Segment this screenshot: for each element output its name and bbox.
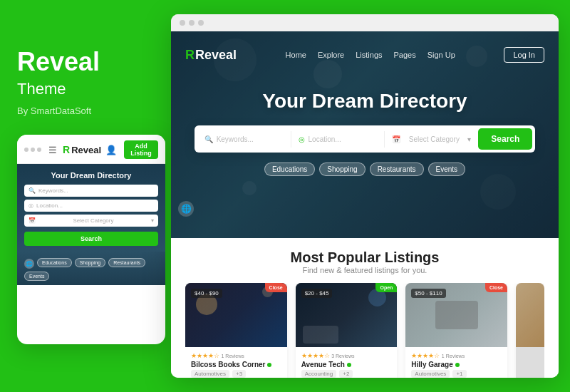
mobile-hero-title: Your Dream Directory [24, 171, 158, 180]
mobile-location-field[interactable]: ◎ Location... [24, 200, 158, 212]
mobile-tag-educations[interactable]: Educations [37, 258, 72, 267]
nav-actions: Log In [504, 47, 544, 63]
location-placeholder: Location... [309, 135, 341, 143]
mobile-menu-icon: ☰ [48, 145, 57, 155]
mobile-category-icon: 📅 [28, 217, 36, 224]
navbar: R Reveal Home Explore Listings Pages Sig… [171, 41, 559, 68]
mobile-tag-shopping[interactable]: Shopping [75, 258, 106, 267]
listing-card-partial [516, 283, 544, 378]
listing-badge-2: Open [375, 283, 397, 292]
brand-title: Reveal [17, 48, 154, 76]
keywords-search-icon: 🔍 [204, 135, 213, 143]
mobile-logo-r: R [63, 144, 70, 155]
left-panel: Reveal Theme By SmartDataSoft ☰ R Reveal… [0, 28, 171, 365]
nav-logo: R Reveal [185, 48, 237, 63]
mobile-search-button[interactable]: Search [24, 232, 158, 246]
listing-reviews-2: 3 Reviews [331, 354, 354, 359]
desktop-mockup: R Reveal Home Explore Listings Pages Sig… [171, 14, 559, 378]
listings-section: Most Popular Listings Find new & feature… [171, 238, 559, 378]
listing-stars-2: ★★★★☆ 3 Reviews [301, 352, 392, 359]
mobile-chevron-down-icon: ▾ [151, 217, 154, 224]
location-field[interactable]: ◎ Location... [291, 131, 385, 148]
mobile-location-placeholder: Location... [36, 202, 63, 209]
brand-subtitle: Theme [17, 80, 154, 98]
listing-card-3[interactable]: $50 - $110 Close ★★★★☆ 1 Reviews Hilly G… [405, 283, 507, 378]
brand-by: By SmartDataSoft [17, 105, 154, 116]
tag-shopping[interactable]: Shopping [319, 163, 365, 176]
nav-link-signup[interactable]: Sign Up [428, 51, 455, 59]
listing-price-3: $50 - $110 [411, 289, 445, 298]
listing-price-1: $40 - $90 [191, 289, 222, 298]
listing-badge-3: Close [485, 283, 507, 292]
keywords-field[interactable]: 🔍 Keywords... [197, 131, 291, 148]
listing-active-dot-3 [455, 363, 460, 367]
listing-info-2: ★★★★☆ 3 Reviews Avenue Tech Accounting +… [296, 347, 398, 378]
listing-reviews-1: 1 Reviews [222, 354, 244, 359]
listing-img-2: $20 - $45 Open [296, 283, 398, 347]
category-chevron-icon: ▾ [467, 135, 471, 143]
nav-link-home[interactable]: Home [286, 51, 306, 59]
listing-badge-1: Close [265, 283, 287, 292]
nav-links: Home Explore Listings Pages Sign Up [286, 51, 455, 59]
listing-stars-1: ★★★★☆ 1 Reviews [191, 352, 281, 359]
nav-link-listings[interactable]: Listings [356, 51, 382, 59]
nav-link-pages[interactable]: Pages [394, 51, 416, 59]
listing-reviews-3: 1 Reviews [442, 354, 465, 359]
mobile-add-listing-button[interactable]: Add Listing [124, 140, 158, 159]
tag-events[interactable]: Events [428, 163, 466, 176]
hero-tags: Educations Shopping Restaurants Events [264, 163, 465, 176]
outer-wrapper: Reveal Theme By SmartDataSoft ☰ R Reveal… [0, 0, 570, 392]
listing-card-1[interactable]: $40 - $90 Close ★★★★☆ 1 Reviews Bilcoss … [185, 283, 287, 378]
mobile-mockup: ☰ R Reveal 👤 Add Listing Your Dream Dire… [17, 135, 165, 344]
listings-title: Most Popular Listings [185, 249, 544, 266]
listing-info-1: ★★★★☆ 1 Reviews Bilcoss Books Corner Aut… [185, 347, 287, 378]
search-bar: 🔍 Keywords... ◎ Location... 📅 Select Cat… [195, 125, 536, 153]
listing-name-2: Avenue Tech [301, 361, 392, 368]
nav-link-explore[interactable]: Explore [318, 51, 344, 59]
listing-price-2: $20 - $45 [301, 289, 333, 298]
nav-logo-text: Reveal [195, 48, 237, 63]
listing-category-3: Automotives +1 [411, 370, 502, 378]
listing-name-1: Bilcoss Books Corner [191, 361, 281, 368]
tag-educations[interactable]: Educations [264, 163, 315, 176]
listing-category-1: Automotives +3 [191, 370, 281, 378]
category-field[interactable]: 📅 Select Category ▾ [385, 131, 478, 148]
hero-search-button[interactable]: Search [478, 128, 532, 150]
listing-card-2[interactable]: $20 - $45 Open ★★★★☆ 3 Reviews Avenue Te… [296, 283, 398, 378]
listing-img-1: $40 - $90 Close [185, 283, 287, 347]
mobile-dot-3 [37, 148, 41, 152]
calendar-icon: 📅 [392, 135, 400, 143]
desktop-content: R Reveal Home Explore Listings Pages Sig… [171, 31, 559, 378]
mobile-location-icon: ◎ [28, 202, 33, 209]
listing-active-dot-1 [267, 363, 271, 367]
mobile-logo: R Reveal [63, 144, 101, 155]
hero-content: R Reveal Home Explore Listings Pages Sig… [171, 31, 559, 176]
mobile-keywords-placeholder: Keywords... [38, 187, 68, 194]
mobile-keywords-field[interactable]: 🔍 Keywords... [24, 185, 158, 197]
mobile-browser-bar: ☰ R Reveal 👤 Add Listing [17, 135, 165, 164]
mobile-tag-events[interactable]: Events [24, 272, 49, 281]
browser-dot-3 [198, 20, 204, 26]
mobile-dots [24, 148, 41, 152]
hero-title: Your Dream Directory [262, 90, 467, 113]
keywords-placeholder: Keywords... [217, 135, 254, 143]
mobile-category-field[interactable]: 📅 Select Category ▾ [24, 215, 158, 227]
mobile-user-icon: 👤 [105, 145, 117, 155]
location-icon: ◎ [299, 135, 305, 143]
listing-category-2: Accounting +2 [301, 370, 392, 378]
listing-name-3: Hilly Garage [411, 361, 502, 368]
mobile-category-placeholder: Select Category [73, 217, 114, 224]
category-placeholder: Select Category [409, 135, 460, 143]
mobile-dot-1 [24, 148, 28, 152]
listing-stars-3: ★★★★☆ 1 Reviews [411, 352, 502, 359]
mobile-logo-text: Reveal [71, 145, 101, 155]
mobile-dot-2 [31, 148, 35, 152]
listing-img-3: $50 - $110 Close [405, 283, 507, 347]
mobile-globe-icon: 🌐 [24, 259, 34, 269]
listing-active-dot-2 [347, 363, 351, 367]
globe-icon: 🌐 [178, 201, 194, 217]
browser-bar [171, 14, 559, 31]
mobile-tag-restaurants[interactable]: Restaurants [108, 258, 145, 267]
login-button[interactable]: Log In [504, 47, 544, 63]
tag-restaurants[interactable]: Restaurants [370, 163, 424, 176]
